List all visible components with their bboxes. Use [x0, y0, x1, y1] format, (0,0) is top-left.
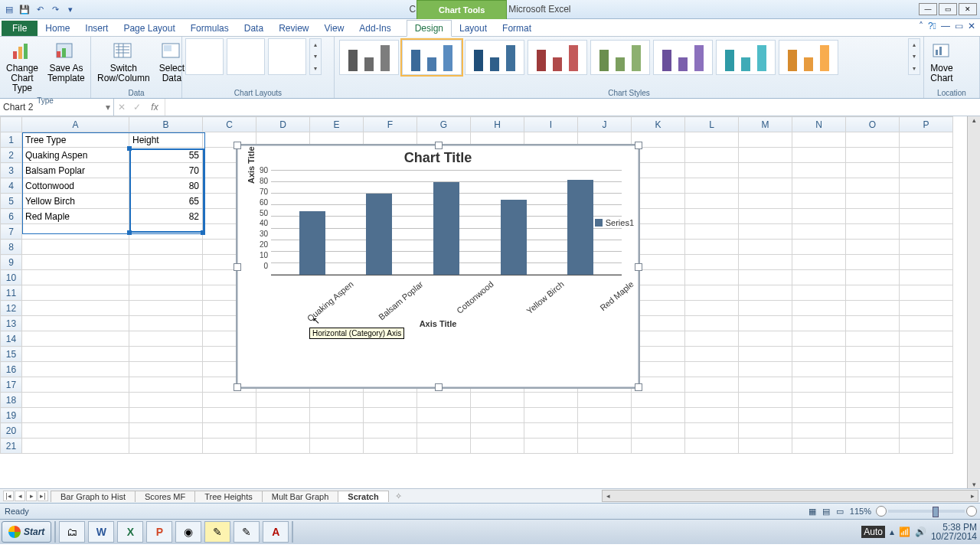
col-header-P[interactable]: P [900, 117, 953, 132]
cell[interactable] [792, 285, 846, 301]
system-tray[interactable]: Auto ▴ 📶 🔊 5:38 PM 10/27/2014 [861, 523, 977, 541]
cell[interactable] [578, 393, 632, 408]
sheet-nav-buttons[interactable]: |◂◂▸▸| [0, 491, 51, 501]
cell[interactable] [900, 439, 953, 454]
explorer-icon[interactable]: 🗂 [59, 521, 85, 543]
cell[interactable] [685, 377, 739, 393]
cell[interactable] [792, 148, 846, 163]
cell[interactable] [685, 301, 739, 316]
move-chart-button[interactable]: Move Chart [927, 38, 956, 85]
selection-handle[interactable] [127, 146, 132, 151]
cell[interactable] [22, 362, 129, 377]
chart-plot-area[interactable]: 9080706050403020100 [271, 171, 622, 275]
cell[interactable] [900, 423, 953, 439]
cell[interactable] [846, 285, 900, 301]
chart-style-7[interactable] [716, 40, 776, 75]
cell[interactable] [739, 393, 792, 408]
cell[interactable] [846, 240, 900, 255]
cell[interactable] [739, 209, 792, 224]
cell[interactable] [900, 209, 953, 224]
sheet-tab[interactable]: Scores MF [135, 491, 195, 502]
cell[interactable] [632, 423, 685, 439]
cell[interactable] [685, 408, 739, 423]
cell[interactable] [846, 331, 900, 347]
col-header-B[interactable]: B [129, 117, 203, 132]
col-header-K[interactable]: K [632, 117, 685, 132]
tab-page-layout[interactable]: Page Layout [116, 21, 182, 36]
row-header-6[interactable]: 6 [1, 209, 22, 224]
cell[interactable] [22, 439, 129, 454]
cell[interactable] [578, 408, 632, 423]
cell[interactable] [256, 439, 310, 454]
bar-0[interactable] [299, 211, 325, 275]
row-header-18[interactable]: 18 [1, 393, 22, 408]
sheet-tab[interactable]: Bar Graph to Hist [51, 491, 136, 502]
cell[interactable] [524, 439, 578, 454]
cell[interactable] [524, 393, 578, 408]
cell[interactable] [256, 408, 310, 423]
cell[interactable] [578, 423, 632, 439]
cell[interactable] [846, 316, 900, 331]
cell[interactable] [739, 285, 792, 301]
window-restore-icon[interactable]: ▭ [955, 21, 963, 31]
cell[interactable] [792, 316, 846, 331]
cell[interactable] [256, 423, 310, 439]
cell[interactable] [203, 393, 256, 408]
cell[interactable] [900, 301, 953, 316]
cell[interactable] [310, 439, 364, 454]
chart-style-6[interactable] [653, 40, 713, 75]
cell[interactable] [22, 347, 129, 362]
cell[interactable] [685, 285, 739, 301]
cell[interactable] [792, 331, 846, 347]
excel-taskbar-icon[interactable]: X [117, 521, 143, 543]
help-icon[interactable]: ?⃝ [928, 21, 936, 31]
chart-resize-handle[interactable] [435, 383, 443, 391]
chart-style-8[interactable] [779, 40, 838, 75]
chart-style-2[interactable] [402, 40, 462, 75]
cell[interactable] [792, 301, 846, 316]
zoom-level[interactable]: 115% [850, 507, 871, 516]
save-icon[interactable]: 💾 [18, 3, 31, 15]
cell[interactable] [310, 408, 364, 423]
cell[interactable] [22, 331, 129, 347]
cell[interactable] [22, 285, 129, 301]
selection-handle[interactable] [127, 230, 132, 235]
cell[interactable] [685, 393, 739, 408]
cell[interactable] [846, 194, 900, 209]
col-header-N[interactable]: N [792, 117, 846, 132]
chart-styles-more[interactable]: ▴▾▾ [908, 38, 920, 75]
col-header-J[interactable]: J [578, 117, 632, 132]
cell[interactable] [129, 240, 203, 255]
col-header-C[interactable]: C [203, 117, 256, 132]
cell[interactable] [846, 377, 900, 393]
cell[interactable] [22, 423, 129, 439]
cell[interactable] [846, 163, 900, 178]
cell[interactable] [685, 224, 739, 240]
row-header-7[interactable]: 7 [1, 224, 22, 240]
tab-layout[interactable]: Layout [452, 21, 495, 36]
cell[interactable] [685, 194, 739, 209]
zoom-slider[interactable] [888, 510, 965, 513]
cell[interactable] [792, 393, 846, 408]
cell[interactable] [792, 224, 846, 240]
cell[interactable] [846, 224, 900, 240]
chart-layout-2[interactable] [227, 38, 265, 75]
cell[interactable] [900, 316, 953, 331]
cell[interactable] [792, 439, 846, 454]
cell[interactable] [685, 148, 739, 163]
cell[interactable] [792, 423, 846, 439]
chart-bars[interactable] [271, 171, 622, 275]
cell[interactable] [739, 270, 792, 285]
formula-input[interactable] [165, 99, 980, 116]
sticky-notes-icon[interactable]: ✎ [204, 521, 230, 543]
cell[interactable] [471, 408, 524, 423]
cell[interactable] [417, 423, 471, 439]
bar-2[interactable] [433, 182, 459, 275]
worksheet-grid[interactable]: ABCDEFGHIJKLMNOP1Tree TypeHeight2Quaking… [0, 116, 980, 488]
chart-resize-handle[interactable] [635, 142, 642, 149]
cell[interactable]: Height [129, 132, 203, 148]
cell[interactable] [846, 255, 900, 270]
cell[interactable] [632, 393, 685, 408]
cell[interactable] [792, 408, 846, 423]
cell[interactable] [900, 132, 953, 148]
